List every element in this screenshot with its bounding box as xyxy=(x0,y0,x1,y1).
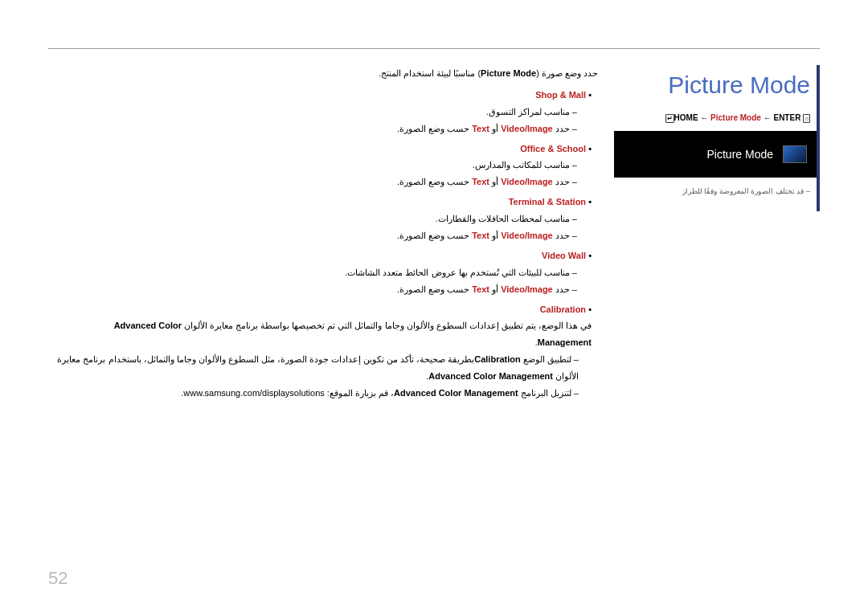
b1-pre: لتطبيق الوضع xyxy=(521,354,571,364)
mode-office-school: Office & School مناسب للمكاتب والمدارس. … xyxy=(56,141,592,191)
select-post: حسب وضع الصورة. xyxy=(397,124,472,133)
mode-desc: مناسب لمراكز التسوق. xyxy=(56,104,592,121)
select-post: حسب وضع الصورة. xyxy=(397,231,472,240)
video-image-label: Video/Image xyxy=(501,284,553,294)
mode-desc: مناسب للمكاتب والمدارس. xyxy=(56,157,592,174)
text-label: Text xyxy=(472,124,489,133)
enter-icon: ↵ xyxy=(665,114,674,123)
osd-title: Picture Mode xyxy=(707,148,773,161)
breadcrumb: ⌂ HOME ← Picture Mode ← ENTER↵ xyxy=(614,113,817,123)
mode-shop-mall: Shop & Mall مناسب لمراكز التسوق. حدد Vid… xyxy=(56,87,592,137)
mode-select: حدد Video/Image أو Text حسب وضع الصورة. xyxy=(56,281,592,298)
video-image-label: Video/Image xyxy=(501,231,553,240)
mode-name: Terminal & Station xyxy=(509,197,586,206)
breadcrumb-enter: ENTER xyxy=(773,113,800,122)
select-post: حسب وضع الصورة. xyxy=(397,284,472,294)
mode-name: Video Wall xyxy=(542,251,586,260)
osd-note: – قد تختلف الصورة المعروضة وفقًا للطراز xyxy=(614,187,817,195)
b1-acm: Advanced Color Management xyxy=(428,371,553,381)
content-column: حدد وضع صورة (Picture Mode) مناسبًا لبيئ… xyxy=(48,65,598,405)
text-label: Text xyxy=(472,284,489,294)
modes-list: Shop & Mall مناسب لمراكز التسوق. حدد Vid… xyxy=(56,87,598,402)
mode-calibration: Calibration في هذا الوضع، يتم تطبيق إعدا… xyxy=(56,301,592,402)
b2-mid: ، قم بزيارة الموقع: xyxy=(325,388,394,398)
video-image-label: Video/Image xyxy=(501,177,553,186)
osd-panel: Picture Mode xyxy=(614,131,817,178)
mode-desc: مناسب للبيئات التي تُستخدم بها عروض الحا… xyxy=(56,264,592,281)
picture-mode-icon xyxy=(783,145,807,163)
divider xyxy=(48,48,820,49)
arrow-icon: ← xyxy=(764,113,772,122)
intro-pre: حدد وضع صورة ( xyxy=(536,68,598,78)
download-url: www.samsung.com/displaysolutions xyxy=(183,388,324,398)
b1-cal: Calibration xyxy=(474,354,520,364)
mode-select: حدد Video/Image أو Text حسب وضع الصورة. xyxy=(56,121,592,137)
b2-pre: لتنزيل البرنامج xyxy=(518,388,571,398)
mode-name: Shop & Mall xyxy=(535,90,586,100)
cal-bullet-1: لتطبيق الوضع Calibrationبطريقة صحيحة، تأ… xyxy=(56,351,579,385)
or-text: أو xyxy=(489,177,501,186)
home-icon: ⌂ xyxy=(803,114,810,123)
page-title: Picture Mode xyxy=(614,72,817,99)
intro-line: حدد وضع صورة (Picture Mode) مناسبًا لبيئ… xyxy=(56,65,598,82)
cal-pre: في هذا الوضع، يتم تطبيق إعدادات السطوع و… xyxy=(182,321,592,330)
mode-name: Calibration xyxy=(540,304,586,314)
calibration-para: في هذا الوضع، يتم تطبيق إعدادات السطوع و… xyxy=(56,317,592,351)
video-image-label: Video/Image xyxy=(501,124,553,133)
breadcrumb-home: HOME xyxy=(674,113,698,122)
right-column: Picture Mode ⌂ HOME ← Picture Mode ← ENT… xyxy=(611,65,820,211)
cal-bullet-2: لتنزيل البرنامج Advanced Color Managemen… xyxy=(56,385,579,402)
or-text: أو xyxy=(489,284,501,294)
mode-terminal-station: Terminal & Station مناسب لمحطات الحافلات… xyxy=(56,194,592,244)
mode-video-wall: Video Wall مناسب للبيئات التي تُستخدم به… xyxy=(56,247,592,298)
or-text: أو xyxy=(489,231,501,240)
or-text: أو xyxy=(489,124,501,133)
select-post: حسب وضع الصورة. xyxy=(397,177,472,186)
arrow-icon: ← xyxy=(700,113,708,122)
text-label: Text xyxy=(472,231,489,240)
mode-select: حدد Video/Image أو Text حسب وضع الصورة. xyxy=(56,174,592,190)
calibration-sublist: لتطبيق الوضع Calibrationبطريقة صحيحة، تأ… xyxy=(56,351,592,402)
breadcrumb-mid: Picture Mode xyxy=(710,113,761,122)
page-number: 52 xyxy=(48,568,68,589)
text-label: Text xyxy=(472,177,489,186)
mode-desc: مناسب لمحطات الحافلات والقطارات. xyxy=(56,210,592,227)
b2-acm: Advanced Color Management xyxy=(394,388,518,398)
intro-post: ) مناسبًا لبيئة استخدام المنتج. xyxy=(379,68,481,78)
mode-select: حدد Video/Image أو Text حسب وضع الصورة. xyxy=(56,227,592,244)
intro-label: Picture Mode xyxy=(481,68,536,78)
mode-name: Office & School xyxy=(520,144,586,153)
